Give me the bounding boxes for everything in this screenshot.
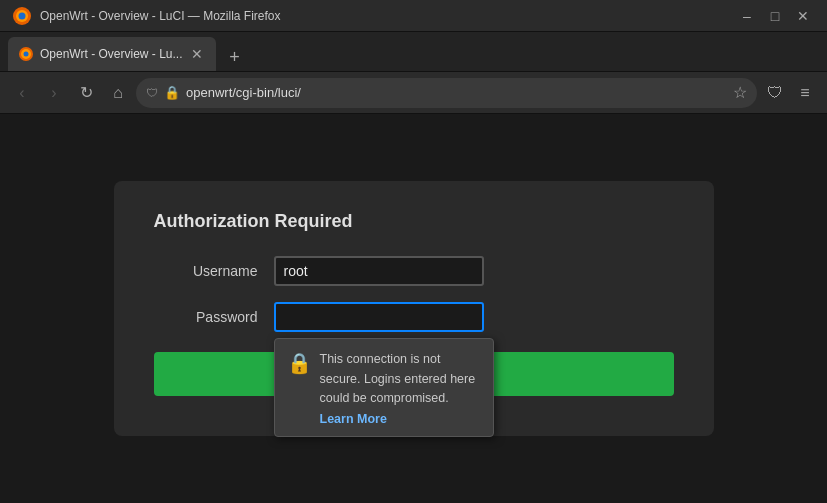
shield-button[interactable]: 🛡 <box>761 79 789 107</box>
tooltip-lock-icon: 🔒 <box>287 351 312 375</box>
menu-button[interactable]: ≡ <box>791 79 819 107</box>
titlebar-controls: – □ ✕ <box>735 7 815 25</box>
address-text: openwrt/cgi-bin/luci/ <box>186 85 727 100</box>
password-label: Password <box>154 309 274 325</box>
forward-button[interactable]: › <box>40 79 68 107</box>
tooltip-icon-row: 🔒 This connection is not secure. Logins … <box>287 349 481 426</box>
minimize-button[interactable]: – <box>735 7 759 25</box>
address-bar[interactable]: 🛡 🔒 openwrt/cgi-bin/luci/ ☆ <box>136 78 757 108</box>
security-tooltip: 🔒 This connection is not secure. Logins … <box>274 338 494 437</box>
shield-icon: 🛡 <box>146 86 158 100</box>
maximize-button[interactable]: □ <box>763 7 787 25</box>
username-label: Username <box>154 263 274 279</box>
reload-button[interactable]: ↻ <box>72 79 100 107</box>
nav-right-buttons: 🛡 ≡ <box>761 79 819 107</box>
titlebar: OpenWrt - Overview - LuCI — Mozilla Fire… <box>0 0 827 32</box>
tabbar: OpenWrt - Overview - Lu... ✕ + <box>0 32 827 72</box>
auth-dialog-title: Authorization Required <box>154 211 674 232</box>
svg-point-5 <box>24 52 29 57</box>
back-button[interactable]: ‹ <box>8 79 36 107</box>
home-button[interactable]: ⌂ <box>104 79 132 107</box>
page-content: Authorization Required Username Password… <box>0 114 827 503</box>
lock-icon: 🔒 <box>164 85 180 100</box>
password-input[interactable] <box>274 302 484 332</box>
new-tab-button[interactable]: + <box>220 43 248 71</box>
password-tooltip-container: 🔒 This connection is not secure. Logins … <box>274 302 484 332</box>
navbar: ‹ › ↻ ⌂ 🛡 🔒 openwrt/cgi-bin/luci/ ☆ 🛡 ≡ <box>0 72 827 114</box>
bookmark-icon[interactable]: ☆ <box>733 83 747 102</box>
active-tab[interactable]: OpenWrt - Overview - Lu... ✕ <box>8 37 216 71</box>
password-row: Password 🔒 This connection is not secure… <box>154 302 674 332</box>
auth-dialog: Authorization Required Username Password… <box>114 181 714 436</box>
titlebar-title: OpenWrt - Overview - LuCI — Mozilla Fire… <box>40 9 281 23</box>
tab-favicon-icon <box>18 46 34 62</box>
username-row: Username <box>154 256 674 286</box>
tooltip-learn-more-link[interactable]: Learn More <box>320 412 481 426</box>
tab-label: OpenWrt - Overview - Lu... <box>40 47 182 61</box>
username-input[interactable] <box>274 256 484 286</box>
tab-close-button[interactable]: ✕ <box>188 45 206 63</box>
titlebar-left: OpenWrt - Overview - LuCI — Mozilla Fire… <box>12 6 281 26</box>
svg-point-2 <box>19 12 26 19</box>
close-button[interactable]: ✕ <box>791 7 815 25</box>
tooltip-content: This connection is not secure. Logins en… <box>320 349 481 426</box>
tooltip-message: This connection is not secure. Logins en… <box>320 352 476 405</box>
firefox-logo-icon <box>12 6 32 26</box>
